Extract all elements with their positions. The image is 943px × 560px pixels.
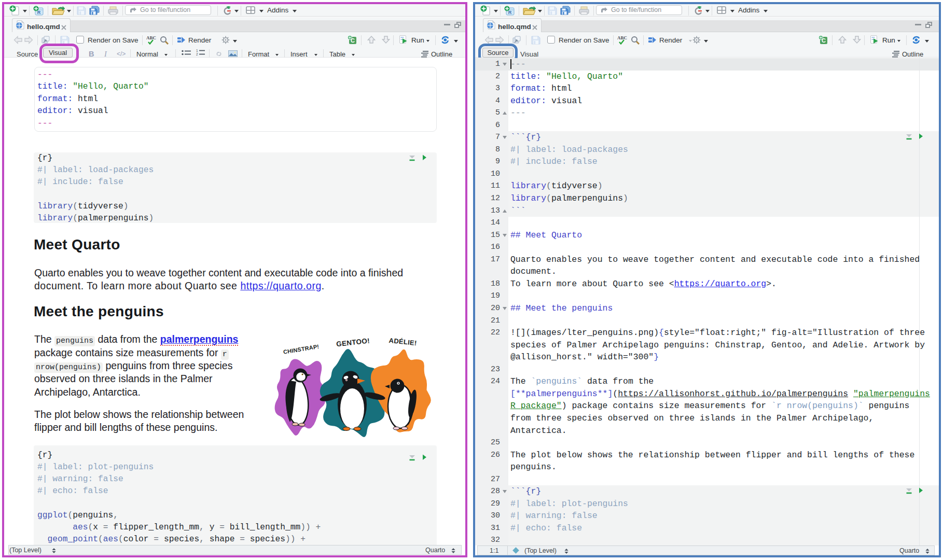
svg-text:ADÉLIE!: ADÉLIE! [389,337,417,347]
svg-text:CHINSTRAP!: CHINSTRAP! [283,343,320,355]
svg-text:GENTOO!: GENTOO! [336,337,370,348]
svg-text:ABC: ABC [617,35,627,40]
svg-text:2: 2 [196,52,198,56]
svg-text:R: R [37,10,41,15]
svg-text:R: R [508,10,512,15]
svg-text:ABC: ABC [146,35,156,40]
